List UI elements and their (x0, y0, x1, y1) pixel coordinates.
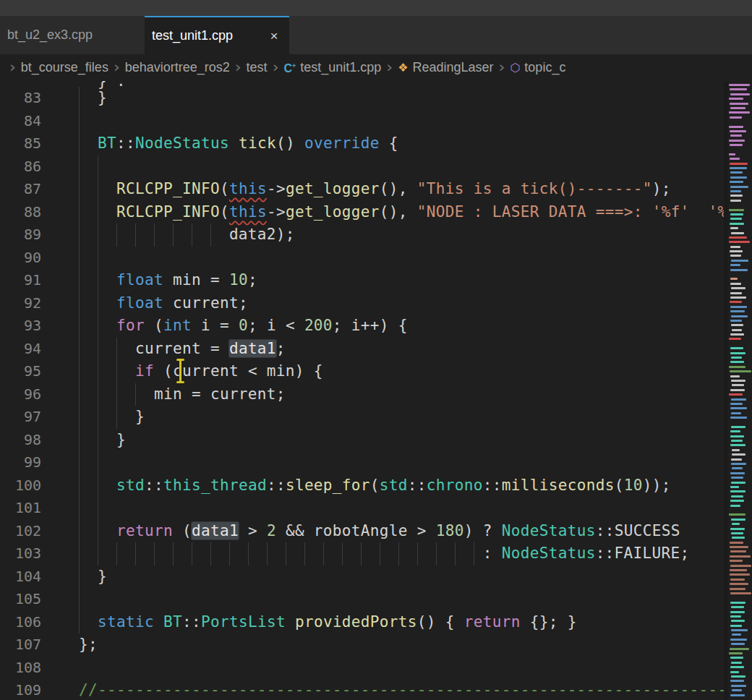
code-line: float current; (60, 292, 724, 315)
indent-guide (192, 542, 192, 565)
minimap-line (731, 357, 742, 359)
indent-guide (98, 178, 98, 201)
minimap-line (731, 315, 748, 317)
line-number[interactable]: 87 (0, 178, 60, 201)
line-number[interactable]: 101 (0, 497, 60, 520)
indent-guide (98, 223, 98, 247)
indent-guide (79, 155, 80, 179)
code-line (60, 110, 724, 133)
chevron-right-icon: › (235, 58, 242, 76)
code-line (60, 247, 724, 270)
line-number[interactable]: 92 (0, 292, 60, 315)
line-number[interactable]: 96 (0, 383, 60, 406)
minimap-line (730, 269, 748, 271)
line-number[interactable]: 104 (0, 565, 60, 589)
minimap-line (730, 671, 739, 673)
minimap-line (731, 232, 744, 234)
minimap-line (728, 204, 752, 208)
breadcrumb-item-test[interactable]: test (247, 60, 268, 75)
minimap-line (730, 657, 743, 659)
minimap-line (730, 347, 743, 349)
indent-guide (154, 542, 155, 565)
line-number[interactable]: 90 (0, 247, 60, 270)
minimap-line (729, 338, 741, 340)
line-number[interactable]: 98 (0, 429, 60, 452)
minimap-line (731, 675, 745, 678)
minimap-line (730, 218, 742, 220)
tab-bt_u2_ex3-cpp[interactable]: bt_u2_ex3.cpp (0, 16, 145, 54)
code-line: //--------------------------------------… (60, 679, 724, 700)
line-number[interactable]: 102 (0, 520, 60, 543)
breadcrumb-item-test_unit1-cpp[interactable]: C+test_unit1.cpp (283, 60, 381, 75)
minimap-line (730, 542, 744, 544)
code-line: }; (60, 633, 724, 657)
title-bar (0, 0, 752, 16)
line-number[interactable]: 99 (0, 451, 60, 474)
tab-test_unit1-cpp[interactable]: test_unit1.cpp× (145, 16, 289, 54)
minimap-line (730, 213, 743, 215)
minimap-line (730, 602, 745, 604)
line-number[interactable]: 106 (0, 611, 60, 634)
minimap-line (732, 633, 742, 636)
indent-guide (79, 611, 80, 634)
breadcrumb-label: test (247, 60, 268, 75)
code-line (60, 497, 724, 520)
line-number[interactable]: 85 (0, 132, 60, 155)
line-number[interactable]: 108 (0, 657, 60, 680)
breadcrumb-item-ReadingLaser[interactable]: ❖ReadingLaser (398, 60, 493, 75)
code-area[interactable]: } . " " } BT::NodeStatus tick() override… (60, 81, 724, 700)
minimap-line (730, 472, 745, 474)
line-number[interactable]: 100 (0, 474, 60, 498)
indent-guide (398, 542, 399, 565)
line-number[interactable]: 89 (0, 223, 60, 247)
indent-guide (455, 542, 456, 565)
indent-guide (98, 360, 98, 383)
breadcrumb-item-behaviortree_ros2[interactable]: behaviortree_ros2 (125, 60, 230, 75)
line-number[interactable]: 86 (0, 155, 60, 179)
minimap[interactable] (728, 81, 752, 700)
indent-guide (173, 223, 174, 247)
chevron-right-icon: › (386, 58, 393, 76)
line-number[interactable]: 94 (0, 338, 60, 361)
minimap-line (730, 528, 745, 530)
line-number[interactable]: 109 (0, 679, 60, 700)
indent-guide (154, 223, 155, 247)
line-number[interactable]: 84 (0, 110, 60, 133)
line-number[interactable]: 83 (0, 87, 60, 110)
code-line: data2); (60, 223, 724, 247)
breadcrumb-label: behaviortree_ros2 (125, 60, 230, 75)
line-number[interactable]: 105 (0, 588, 60, 611)
line-number[interactable]: 107 (0, 633, 60, 657)
line-number-gutter[interactable]: 8384858687888990919293949596979899100101… (0, 81, 60, 700)
indent-guide (79, 360, 80, 383)
minimap-line (730, 301, 742, 303)
close-icon[interactable]: × (266, 28, 282, 44)
line-number[interactable]: 91 (0, 269, 60, 292)
minimap-line (730, 444, 745, 446)
minimap-line (730, 352, 745, 354)
minimap-line (730, 320, 742, 322)
indent-guide (79, 223, 80, 247)
indent-guide (98, 155, 98, 179)
minimap-line (730, 588, 745, 590)
minimap-line (730, 361, 745, 363)
indent-guide (79, 87, 80, 110)
code-line: RCLCPP_INFO(this->get_logger(), "This is… (60, 178, 724, 201)
line-number[interactable]: 93 (0, 315, 60, 338)
line-number[interactable]: 97 (0, 406, 60, 429)
indent-guide (79, 201, 80, 224)
minimap-line (730, 195, 743, 197)
line-number[interactable]: 88 (0, 201, 60, 224)
minimap-line (730, 389, 744, 391)
line-number[interactable]: 95 (0, 360, 60, 383)
indent-guide (79, 110, 80, 133)
minimap-line (730, 250, 743, 252)
line-number[interactable]: 103 (0, 542, 60, 565)
indent-guide (210, 542, 211, 565)
code-line: } (60, 406, 724, 429)
symbol-class-icon: ❖ (398, 62, 408, 74)
breadcrumb-item-topic_c[interactable]: ⬡topic_c (510, 60, 565, 75)
indent-guide (98, 520, 98, 543)
code-line: if (current < min) { (60, 360, 724, 383)
breadcrumb-item-bt_course_files[interactable]: bt_course_files (21, 60, 108, 75)
